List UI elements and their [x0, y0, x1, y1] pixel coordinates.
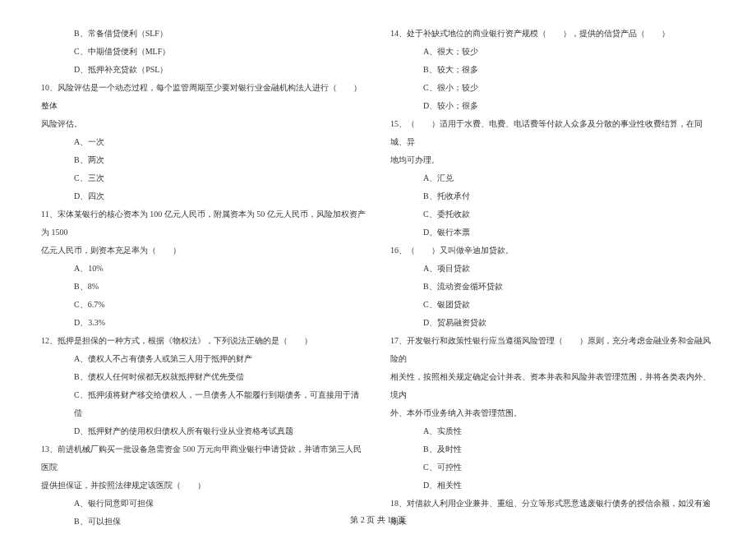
q15-option-c: C、委托收款: [390, 205, 715, 223]
page-container: B、常备借贷便利（SLF） C、中期借贷便利（MLF） D、抵押补充贷款（PSL…: [0, 0, 756, 513]
q16-text: 16、（ ）又叫做辛迪加贷款。: [390, 242, 715, 260]
q14-option-a: A、很大；较少: [390, 43, 715, 61]
q10-option-c: C、三次: [41, 169, 366, 187]
q14-option-c: C、很小；较少: [390, 79, 715, 97]
q11-continuation: 亿元人民币，则资本充足率为（ ）: [41, 242, 366, 260]
q17-option-d: D、相关性: [390, 476, 715, 495]
right-column: 14、处于补缺式地位的商业银行资产规模（ ），提供的信贷产品（ ） A、很大；较…: [378, 25, 715, 493]
q13-option-a: A、银行同意即可担保: [41, 495, 366, 513]
q17-continuation2: 外、本外币业务纳入并表管理范围。: [390, 404, 715, 422]
q9-option-c: C、中期借贷便利（MLF）: [41, 43, 366, 61]
q15-continuation: 地均可办理。: [390, 151, 715, 169]
q14-option-d: D、较小；很多: [390, 97, 715, 115]
q10-option-b: B、两次: [41, 151, 366, 169]
q10-text: 10、风险评估是一个动态过程，每个监管周期至少要对银行业金融机构法人进行（ ）整…: [41, 79, 366, 115]
q16-option-b: B、流动资金循环贷款: [390, 278, 715, 296]
q17-text: 17、开发银行和政策性银行应当遵循风险管理（ ）原则，充分考虑金融业务和金融风险…: [390, 332, 715, 368]
q9-option-d: D、抵押补充贷款（PSL）: [41, 61, 366, 79]
q9-option-b: B、常备借贷便利（SLF）: [41, 25, 366, 43]
q16-option-c: C、银团贷款: [390, 296, 715, 314]
q14-option-b: B、较大；很多: [390, 61, 715, 79]
q14-text: 14、处于补缺式地位的商业银行资产规模（ ），提供的信贷产品（ ）: [390, 25, 715, 43]
q12-text: 12、抵押是担保的一种方式，根据《物权法》，下列说法正确的是（ ）: [41, 332, 366, 350]
q15-option-b: B、托收承付: [390, 187, 715, 205]
q13-text: 13、前进机械厂购买一批设备急需资金 500 万元向甲商业银行申请贷款，并请市第…: [41, 440, 366, 476]
q15-option-d: D、银行本票: [390, 223, 715, 242]
q17-option-c: C、可控性: [390, 458, 715, 476]
q10-option-a: A、一次: [41, 133, 366, 151]
q18-continuation: 归还贷款本息，至少划分为（ ）: [390, 531, 715, 534]
q16-option-a: A、项目贷款: [390, 260, 715, 278]
q11-option-b: B、8%: [41, 278, 366, 296]
q17-option-a: A、实质性: [390, 422, 715, 440]
q16-option-d: D、贸易融资贷款: [390, 314, 715, 332]
q15-text: 15、（ ）适用于水费、电费、电话费等付款人众多及分散的事业性收费结算，在同城、…: [390, 115, 715, 151]
q10-continuation: 风险评估。: [41, 115, 366, 133]
q13-continuation: 提供担保证，并按照法律规定该医院（ ）: [41, 476, 366, 495]
q17-option-b: B、及时性: [390, 440, 715, 458]
q13-option-c: C、不能担保: [41, 531, 366, 534]
q11-option-a: A、10%: [41, 260, 366, 278]
q17-continuation1: 相关性，按照相关规定确定会计并表、资本并表和风险并表管理范围，并将各类表内外、境…: [390, 368, 715, 404]
q11-text: 11、宋体某银行的核心资本为 100 亿元人民币，附属资本为 50 亿元人民币，…: [41, 205, 366, 242]
q10-option-d: D、四次: [41, 187, 366, 205]
q12-option-d: D、抵押财产的使用权归债权人所有银行业从业资格考试真题: [41, 422, 366, 440]
left-column: B、常备借贷便利（SLF） C、中期借贷便利（MLF） D、抵押补充贷款（PSL…: [41, 25, 378, 493]
q12-option-a: A、债权人不占有债务人或第三人用于抵押的财产: [41, 350, 366, 368]
q11-option-c: C、6.7%: [41, 296, 366, 314]
q12-option-b: B、债权人任何时候都无权就抵押财产优先受偿: [41, 368, 366, 386]
q15-option-a: A、汇兑: [390, 169, 715, 187]
q11-option-d: D、3.3%: [41, 314, 366, 332]
page-footer: 第 2 页 共 18 页: [0, 514, 756, 526]
q12-option-c: C、抵押须将财产移交给债权人，一旦债务人不能履行到期债务，可直接用于清偿: [41, 386, 366, 422]
